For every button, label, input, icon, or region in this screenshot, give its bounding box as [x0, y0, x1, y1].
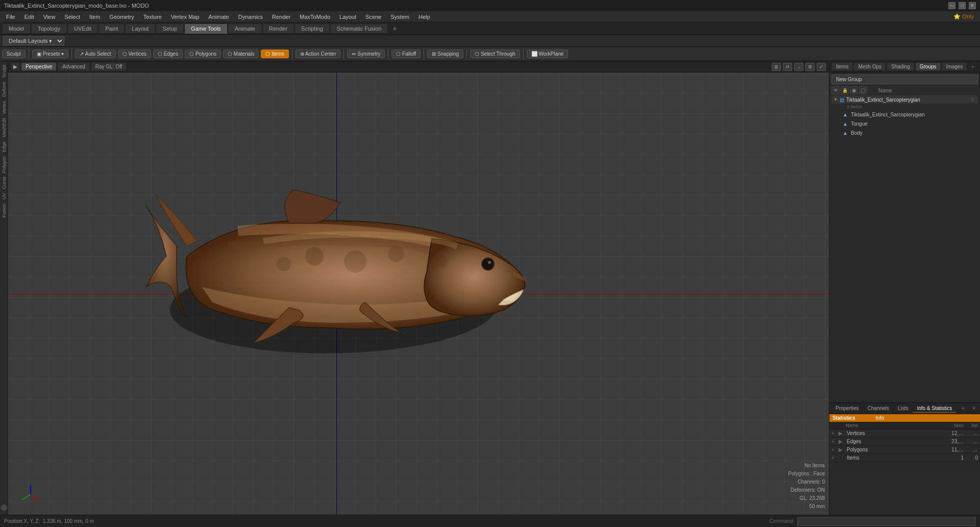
tree-lock-btn[interactable]: 🔒 [841, 86, 849, 94]
br-tab-properties[interactable]: Properties [831, 404, 863, 412]
tree-item-0[interactable]: ▲ Tiktaalik_Extinct_Sarcopterygian [831, 110, 978, 119]
vp-grid-btn[interactable]: ⊞ [772, 63, 781, 71]
tab-uvedit[interactable]: UVEdit [67, 23, 98, 34]
presets-btn[interactable]: ▣ Presets ▾ [32, 50, 68, 58]
tab-render[interactable]: Render [262, 23, 294, 34]
stats-plus-polygons[interactable]: + [831, 447, 839, 452]
viewport-area[interactable]: ▶ Perspective Advanced Ray GL: Off ⊞ ↺ ⌕… [8, 61, 829, 515]
items-btn[interactable]: ⬡ Items [261, 50, 288, 58]
menu-vertex-map[interactable]: Vertex Map [167, 13, 204, 21]
right-tab-mesh-ops[interactable]: Mesh Ops [853, 62, 886, 71]
vp-settings-btn[interactable]: ⚙ [805, 63, 815, 71]
tree-group-header[interactable]: ▼ ▤ Tiktaalik_Extinct_Sarcopterygian 2 · [831, 95, 978, 104]
br-close-btn[interactable]: ✕ [970, 404, 978, 412]
menu-help[interactable]: Help [414, 13, 434, 21]
sidebar-meshedit[interactable]: MeshEdit [2, 116, 7, 139]
only-btn[interactable]: ⭐ Only [949, 12, 978, 21]
right-tab-images[interactable]: Images [942, 62, 968, 71]
minimize-btn[interactable]: — [948, 2, 955, 9]
menu-scene[interactable]: Scene [361, 13, 385, 21]
sculpt-btn[interactable]: Sculpt [2, 50, 26, 58]
sidebar-fusion[interactable]: Fusion [2, 202, 7, 219]
tab-game-tools[interactable]: Game Tools [184, 23, 228, 34]
sidebar-bottom-btn[interactable] [1, 505, 7, 513]
vertices-btn[interactable]: ⬡ Vertices [118, 50, 151, 58]
stats-plus-edges[interactable]: + [831, 439, 839, 444]
tree-expand-icon[interactable]: ▼ [832, 97, 839, 103]
tab-model[interactable]: Model [2, 23, 31, 34]
tree-vis-btn[interactable]: ◯ [859, 86, 867, 94]
menu-geometry[interactable]: Geometry [105, 13, 138, 21]
command-input[interactable] [797, 517, 976, 526]
stats-expand-vertices[interactable]: ▶ [839, 430, 845, 436]
workplane-btn[interactable]: ⬜ WorkPlane [527, 50, 569, 58]
stats-expand-edges[interactable]: ▶ [839, 439, 845, 444]
menu-file[interactable]: File [2, 13, 19, 21]
br-tab-add-btn[interactable]: + [958, 404, 968, 413]
vp-fullscreen-btn[interactable]: ⤢ [817, 63, 826, 71]
snapping-btn[interactable]: ⊞ Snapping [427, 50, 463, 58]
menu-item[interactable]: Item [85, 13, 104, 21]
sidebar-sculpt[interactable]: Sculpt [2, 63, 7, 79]
menu-maxtomodo[interactable]: MaxToModo [296, 13, 334, 21]
tree-item-2[interactable]: ▲ Body [831, 128, 978, 137]
select-through-btn[interactable]: ⬡ Select Through [470, 50, 520, 58]
sidebar-polygon[interactable]: Polygon [2, 155, 7, 175]
stats-row-items[interactable]: + Items 1 0 [829, 454, 980, 462]
right-tab-add-btn[interactable]: + [968, 62, 977, 71]
tab-schematic-fusion[interactable]: Schematic Fusion [330, 23, 388, 34]
menu-edit[interactable]: Edit [20, 13, 38, 21]
menu-animate[interactable]: Animate [204, 13, 233, 21]
stats-expand-polygons[interactable]: ▶ [839, 447, 845, 452]
br-tab-lists[interactable]: Lists [894, 404, 913, 412]
tab-scripting[interactable]: Scripting [295, 23, 330, 34]
stats-row-edges[interactable]: + ▶ Edges 23,… … [829, 438, 980, 446]
new-group-btn[interactable]: New Group [831, 75, 978, 84]
tab-layout[interactable]: Layout [125, 23, 155, 34]
menu-view[interactable]: View [39, 13, 60, 21]
add-tab-btn[interactable]: + [388, 23, 401, 34]
tree-render-btn[interactable]: ▣ [850, 86, 858, 94]
viewport-canvas[interactable]: No Items Polygons : Face Channels: 0 Def… [8, 73, 829, 515]
sidebar-deform[interactable]: Deform [2, 80, 7, 99]
vp-refresh-btn[interactable]: ↺ [783, 63, 792, 71]
tree-eye-btn[interactable]: 👁 [831, 86, 840, 94]
action-center-btn[interactable]: ⊕ Action Center [296, 50, 341, 58]
tree-item-1[interactable]: ▲ Tongue [831, 119, 978, 128]
falloff-btn[interactable]: ⬡ Falloff [391, 50, 421, 58]
stats-row-polygons[interactable]: + ▶ Polygons 11,… … [829, 446, 980, 454]
layout-select[interactable]: Default Layouts ▾ [3, 36, 64, 45]
tab-animate[interactable]: Animate [228, 23, 262, 34]
close-btn[interactable]: ✕ [969, 2, 976, 9]
right-tab-items[interactable]: Items [831, 62, 853, 71]
right-tab-shading[interactable]: Shading [887, 62, 915, 71]
materials-btn[interactable]: ⬡ Materials [223, 50, 259, 58]
vp-tab-perspective[interactable]: Perspective [21, 63, 56, 70]
vp-tab-expand[interactable]: ▶ [11, 63, 19, 70]
symmetry-btn[interactable]: ⇔ Symmetry [347, 50, 385, 58]
stats-plus-items[interactable]: + [831, 455, 839, 461]
stats-plus-vertices[interactable]: + [831, 430, 839, 436]
sidebar-curve[interactable]: Curve [2, 175, 7, 190]
maximize-btn[interactable]: □ [959, 2, 966, 9]
menu-layout[interactable]: Layout [335, 13, 360, 21]
right-tab-groups[interactable]: Groups [915, 62, 941, 71]
sidebar-uv[interactable]: UV [2, 191, 7, 201]
menu-texture[interactable]: Texture [139, 13, 166, 21]
edges-btn[interactable]: ⬡ Edges [153, 50, 183, 58]
sidebar-edge[interactable]: Edge [2, 140, 7, 154]
tab-paint[interactable]: Paint [99, 23, 125, 34]
br-tab-channels[interactable]: Channels [864, 404, 893, 412]
br-tab-info-stats[interactable]: Info & Statistics [913, 404, 956, 413]
tab-topology[interactable]: Topology [31, 23, 67, 34]
vp-zoom-btn[interactable]: ⌕ [794, 63, 803, 71]
menu-render[interactable]: Render [268, 13, 295, 21]
stats-row-vertices[interactable]: + ▶ Vertices 12,… … [829, 429, 980, 438]
vp-tab-advanced[interactable]: Advanced [58, 63, 89, 70]
tab-setup[interactable]: Setup [156, 23, 184, 34]
polygons-btn[interactable]: ⬡ Polygons [185, 50, 221, 58]
sidebar-circle-btn[interactable] [1, 505, 7, 511]
vp-tab-ray-gl[interactable]: Ray GL: Off [91, 63, 127, 70]
menu-system[interactable]: System [386, 13, 413, 21]
menu-dynamics[interactable]: Dynamics [234, 13, 267, 21]
